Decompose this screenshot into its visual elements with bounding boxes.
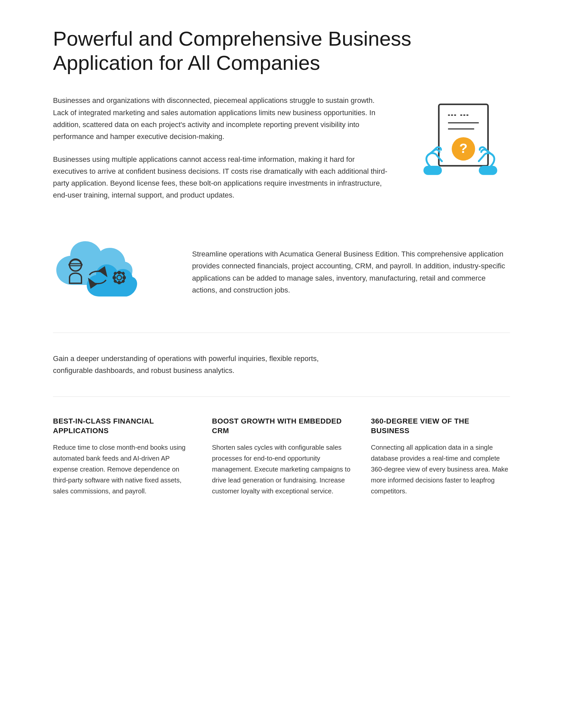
features-section: BEST-IN-CLASS FINANCIAL APPLICATIONS Red… xyxy=(53,417,510,497)
intro-paragraph-1: Businesses and organizations with discon… xyxy=(53,95,391,143)
feature-text-financial: Reduce time to close month-end books usi… xyxy=(53,442,192,497)
intro-image: ? xyxy=(417,95,510,189)
svg-rect-7 xyxy=(424,166,442,175)
intro-text: Businesses and organizations with discon… xyxy=(53,95,391,212)
feature-card-crm: BOOST GROWTH WITH EMBEDDED CRM Shorten s… xyxy=(212,417,351,497)
feature-card-360: 360-DEGREE VIEW OF THE BUSINESS Connecti… xyxy=(371,417,510,497)
feature-title-360: 360-DEGREE VIEW OF THE BUSINESS xyxy=(371,417,510,435)
analytics-text: Gain a deeper understanding of operation… xyxy=(53,353,351,377)
svg-rect-13 xyxy=(118,271,120,274)
intro-section: Businesses and organizations with discon… xyxy=(53,95,510,212)
svg-text:?: ? xyxy=(459,141,468,156)
section-divider-2 xyxy=(53,396,510,397)
page-title: Powerful and Comprehensive Business Appl… xyxy=(53,26,417,75)
feature-title-financial: BEST-IN-CLASS FINANCIAL APPLICATIONS xyxy=(53,417,192,435)
feature-title-crm: BOOST GROWTH WITH EMBEDDED CRM xyxy=(212,417,351,435)
feature-card-financial: BEST-IN-CLASS FINANCIAL APPLICATIONS Red… xyxy=(53,417,192,497)
document-question-illustration: ? xyxy=(417,101,503,187)
svg-rect-8 xyxy=(479,166,497,175)
svg-rect-16 xyxy=(122,276,126,279)
feature-text-360: Connecting all application data in a sin… xyxy=(371,442,510,497)
svg-rect-15 xyxy=(113,276,116,279)
svg-rect-14 xyxy=(118,281,120,284)
section-divider-1 xyxy=(53,333,510,333)
intro-paragraph-2: Businesses using multiple applications c… xyxy=(53,154,391,202)
middle-section: Streamline operations with Acumatica Gen… xyxy=(53,232,510,313)
cloud-workflow-illustration xyxy=(53,232,165,313)
middle-text: Streamline operations with Acumatica Gen… xyxy=(192,248,510,296)
feature-text-crm: Shorten sales cycles with configurable s… xyxy=(212,442,351,497)
